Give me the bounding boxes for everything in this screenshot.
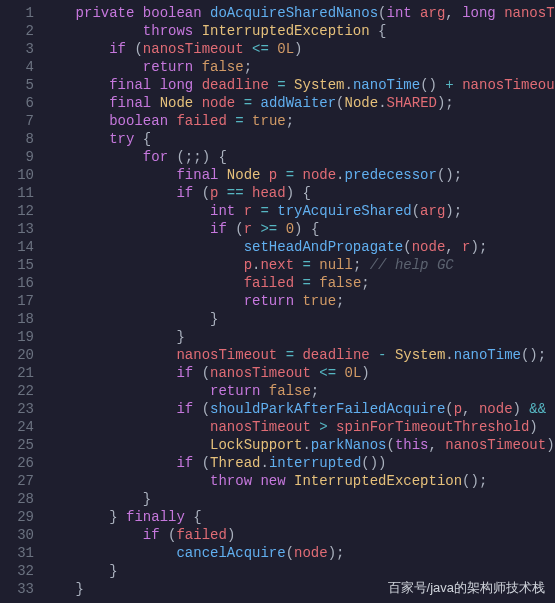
token-type: InterruptedException [202, 23, 370, 39]
code-line: setHeadAndPropagate(node, r); [42, 238, 555, 256]
token-pn: () [420, 77, 445, 93]
token-pn: } [109, 509, 126, 525]
token-pn: ) { [294, 221, 319, 237]
token-op: = [227, 113, 252, 129]
token-kw: if [143, 527, 168, 543]
token-op: = [294, 275, 319, 291]
line-number: 26 [0, 454, 34, 472]
token-pn: ); [445, 203, 462, 219]
token-this: this [395, 437, 429, 453]
token-pn: ()) [361, 455, 386, 471]
token-fn: predecessor [345, 167, 437, 183]
token-fn: parkNanos [311, 437, 387, 453]
token-kw: int [210, 203, 244, 219]
token-id: r [244, 203, 252, 219]
token-fn: cancelAcquire [176, 545, 285, 561]
token-prop: next [260, 257, 294, 273]
code-line: } [42, 310, 555, 328]
token-id: p [244, 257, 252, 273]
token-op: == [218, 185, 252, 201]
token-pn: ; [244, 59, 252, 75]
token-id: node [294, 545, 328, 561]
token-pn: (); [462, 473, 487, 489]
token-pn: . [302, 437, 310, 453]
token-type: Thread [210, 455, 260, 471]
code-line: nanosTimeout > spinForTimeoutThreshold) [42, 418, 555, 436]
code-line: LockSupport.parkNanos(this, nanosTimeout… [42, 436, 555, 454]
token-pn: ( [235, 221, 243, 237]
token-pn: ( [202, 365, 210, 381]
token-kw: final [109, 77, 159, 93]
token-id: failed [176, 527, 226, 543]
line-number: 30 [0, 526, 34, 544]
token-op: = [269, 77, 294, 93]
token-pn: (); [521, 347, 546, 363]
token-kw: if [176, 455, 201, 471]
line-number: 17 [0, 292, 34, 310]
token-pn: } [210, 311, 218, 327]
token-lit: 0L [277, 41, 294, 57]
token-id: r [244, 221, 252, 237]
token-pn: ( [412, 203, 420, 219]
token-op: + [445, 77, 453, 93]
code-line: return true; [42, 292, 555, 310]
token-prop: SHARED [387, 95, 437, 111]
token-type: LockSupport [210, 437, 302, 453]
token-op: >= [252, 221, 286, 237]
line-number: 12 [0, 202, 34, 220]
token-pn: , [445, 5, 462, 21]
line-number: 9 [0, 148, 34, 166]
token-kw: if [109, 41, 134, 57]
token-pn: (); [437, 167, 462, 183]
line-number: 11 [0, 184, 34, 202]
code-line: int r = tryAcquireShared(arg); [42, 202, 555, 220]
line-number: 14 [0, 238, 34, 256]
token-id: head [252, 185, 286, 201]
code-line: } [42, 490, 555, 508]
token-id: node [302, 167, 336, 183]
token-num: 0 [286, 221, 294, 237]
token-pn: ( [134, 41, 142, 57]
token-pn: ( [202, 185, 210, 201]
line-number: 31 [0, 544, 34, 562]
token-pn: ); [437, 95, 454, 111]
token-id: node [412, 239, 446, 255]
token-pn: ( [336, 95, 344, 111]
footer-attribution: 百家号/java的架构师技术栈 [388, 579, 545, 597]
token-fn: nanoTime [353, 77, 420, 93]
code-line: if (p == head) { [42, 184, 555, 202]
token-pn: , [429, 437, 446, 453]
token-pn: ; [361, 275, 369, 291]
code-line: return false; [42, 58, 555, 76]
token-pn: ) [294, 41, 302, 57]
token-pn: { [143, 131, 151, 147]
token-kw: return [244, 293, 303, 309]
token-pn: , [445, 239, 462, 255]
token-pn: ); [471, 239, 488, 255]
token-cm: // help GC [370, 257, 454, 273]
token-pn: ( [286, 545, 294, 561]
token-pn: ); [328, 545, 345, 561]
token-pn: } [76, 581, 84, 597]
token-pn: ( [202, 455, 210, 471]
code-line: if (nanosTimeout <= 0L) [42, 364, 555, 382]
line-number: 23 [0, 400, 34, 418]
token-id: arg [420, 203, 445, 219]
token-kw: long [462, 5, 504, 21]
code-line: return false; [42, 382, 555, 400]
token-kw: if [176, 185, 201, 201]
line-number: 29 [0, 508, 34, 526]
token-kw: final [176, 167, 226, 183]
token-id: nanosTimeout [445, 437, 546, 453]
code-line: nanosTimeout = deadline - System.nanoTim… [42, 346, 555, 364]
token-pn: } [176, 329, 184, 345]
token-pn [454, 77, 462, 93]
line-number: 7 [0, 112, 34, 130]
token-id: deadline [202, 77, 269, 93]
token-lit: 0L [344, 365, 361, 381]
token-pn: { [193, 509, 201, 525]
token-type: Node [160, 95, 202, 111]
token-id: nanosTimeout [143, 41, 244, 57]
code-line: p.next = null; // help GC [42, 256, 555, 274]
token-kw: if [210, 221, 235, 237]
